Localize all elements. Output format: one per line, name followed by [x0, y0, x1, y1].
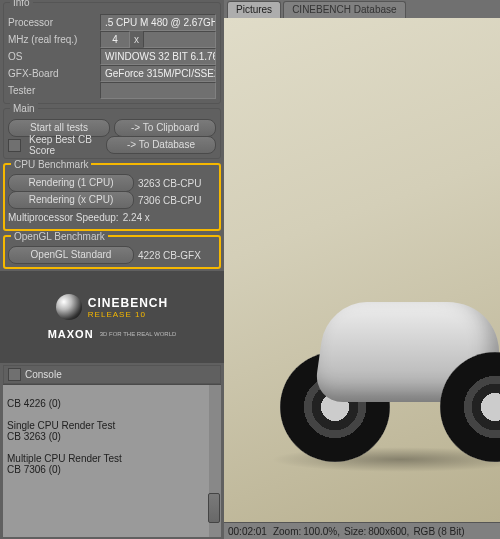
- console-title: Console: [25, 369, 62, 380]
- console-checkbox[interactable]: [8, 368, 21, 381]
- console-scrollbar[interactable]: [209, 385, 221, 537]
- status-zoom-label: Zoom:: [273, 526, 301, 537]
- keep-best-checkbox[interactable]: [8, 139, 21, 152]
- motorcycle-render: [270, 252, 500, 462]
- logo-area: CINEBENCH RELEASE 10 MAXON 3D FOR THE RE…: [0, 271, 224, 363]
- main-title: Main: [10, 103, 38, 114]
- mp-speedup-value: 2.24 x: [123, 212, 150, 223]
- processor-field[interactable]: .5 CPU M 480 @ 2.67GHz: [100, 14, 216, 31]
- mhz-cores-field[interactable]: 4: [100, 31, 130, 48]
- processor-label: Processor: [8, 17, 100, 28]
- cpu-benchmark-group: CPU Benchmark Rendering (1 CPU) 3263 CB-…: [3, 163, 221, 231]
- opengl-standard-button[interactable]: OpenGL Standard: [8, 246, 134, 264]
- status-time: 00:02:01: [228, 526, 267, 537]
- render-viewport[interactable]: [224, 18, 500, 522]
- release-text: RELEASE 10: [88, 310, 168, 319]
- status-size: 800x600,: [368, 526, 409, 537]
- gfx-field[interactable]: GeForce 315M/PCI/SSE2: [100, 65, 216, 82]
- status-size-label: Size:: [344, 526, 366, 537]
- status-mode: RGB (8 Bit): [413, 526, 464, 537]
- info-title: Info: [10, 0, 33, 8]
- tester-label: Tester: [8, 85, 100, 96]
- main-group: Main Start all tests -> To Clipboard Kee…: [3, 108, 221, 159]
- tab-bar: Pictures CINEBENCH Database: [224, 0, 500, 18]
- rendering-1cpu-value: 3263 CB-CPU: [138, 178, 201, 189]
- cinebench-logo: CINEBENCH RELEASE 10: [56, 294, 168, 320]
- gfx-label: GFX-Board: [8, 68, 100, 79]
- mhz-freq-field[interactable]: [143, 31, 216, 48]
- rendering-xcpu-button[interactable]: Rendering (x CPU): [8, 191, 134, 209]
- status-zoom: 100.0%,: [303, 526, 340, 537]
- tab-pictures[interactable]: Pictures: [227, 1, 281, 18]
- mhz-x: x: [134, 34, 139, 45]
- maxon-text: MAXON: [48, 328, 94, 340]
- sphere-icon: [56, 294, 82, 320]
- console-panel: Console CB 4226 (0) Single CPU Render Te…: [0, 363, 224, 539]
- maxon-tagline: 3D FOR THE REAL WORLD: [100, 331, 177, 337]
- tab-database[interactable]: CINEBENCH Database: [283, 1, 405, 18]
- to-database-button[interactable]: -> To Database: [106, 136, 216, 154]
- maxon-logo: MAXON 3D FOR THE REAL WORLD: [48, 328, 177, 340]
- console-text: CB 4226 (0) Single CPU Render Test CB 32…: [7, 387, 217, 475]
- tester-field[interactable]: [100, 82, 216, 99]
- ogl-title: OpenGL Benchmark: [11, 231, 108, 242]
- os-label: OS: [8, 51, 100, 62]
- scrollbar-thumb[interactable]: [208, 493, 220, 523]
- opengl-benchmark-group: OpenGL Benchmark OpenGL Standard 4228 CB…: [3, 235, 221, 269]
- keep-best-label: Keep Best CB Score: [29, 134, 102, 156]
- rendering-xcpu-value: 7306 CB-CPU: [138, 195, 201, 206]
- rendering-1cpu-button[interactable]: Rendering (1 CPU): [8, 174, 134, 192]
- mp-speedup-label: Multiprocessor Speedup:: [8, 212, 119, 223]
- cpu-title: CPU Benchmark: [11, 159, 91, 170]
- cinebench-text: CINEBENCH: [88, 296, 168, 310]
- to-clipboard-button[interactable]: -> To Clipboard: [114, 119, 216, 137]
- left-panel: Info Processor.5 CPU M 480 @ 2.67GHz MHz…: [0, 0, 224, 539]
- os-field[interactable]: WINDOWS 32 BIT 6.1.760: [100, 48, 216, 65]
- right-panel: Pictures CINEBENCH Database 00:02:01 Zoo…: [224, 0, 500, 539]
- console-output: CB 4226 (0) Single CPU Render Test CB 32…: [3, 384, 221, 537]
- mhz-label: MHz (real freq.): [8, 34, 100, 45]
- status-bar: 00:02:01 Zoom: 100.0%, Size: 800x600, RG…: [224, 522, 500, 539]
- opengl-value: 4228 CB-GFX: [138, 250, 201, 261]
- info-group: Info Processor.5 CPU M 480 @ 2.67GHz MHz…: [3, 2, 221, 104]
